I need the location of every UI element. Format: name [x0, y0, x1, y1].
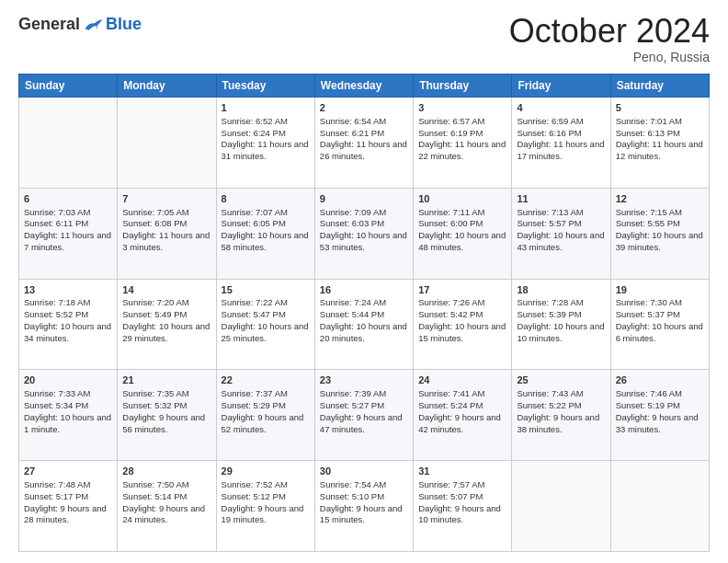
- sunset-text: Sunset: 5:07 PM: [418, 491, 483, 501]
- table-row: [118, 98, 216, 189]
- calendar-table: Sunday Monday Tuesday Wednesday Thursday…: [18, 74, 710, 552]
- day-number: 10: [418, 192, 506, 206]
- sunset-text: Sunset: 6:05 PM: [222, 218, 286, 228]
- title-section: October 2024 Peno, Russia: [509, 15, 710, 64]
- sunrise-text: Sunrise: 7:20 AM: [122, 297, 188, 307]
- header: General Blue October 2024 Peno, Russia: [18, 15, 710, 64]
- day-number: 22: [222, 373, 310, 387]
- sunset-text: Sunset: 5:29 PM: [222, 400, 286, 410]
- sunset-text: Sunset: 5:52 PM: [24, 309, 88, 319]
- table-row: 21Sunrise: 7:35 AMSunset: 5:32 PMDayligh…: [118, 370, 216, 461]
- table-row: 2Sunrise: 6:54 AMSunset: 6:21 PMDaylight…: [314, 98, 413, 189]
- table-row: 23Sunrise: 7:39 AMSunset: 5:27 PMDayligh…: [314, 370, 413, 461]
- sunrise-text: Sunrise: 7:24 AM: [320, 297, 386, 307]
- table-row: 12Sunrise: 7:15 AMSunset: 5:55 PMDayligh…: [610, 188, 709, 279]
- logo-blue-text: Blue: [106, 15, 142, 34]
- table-row: 6Sunrise: 7:03 AMSunset: 6:11 PMDaylight…: [19, 188, 118, 279]
- sunset-text: Sunset: 5:49 PM: [122, 309, 187, 319]
- day-number: 4: [517, 101, 605, 115]
- sunset-text: Sunset: 6:16 PM: [517, 128, 581, 138]
- sunrise-text: Sunrise: 7:11 AM: [418, 207, 484, 217]
- day-number: 14: [122, 283, 210, 297]
- calendar-header-row: Sunday Monday Tuesday Wednesday Thursday…: [19, 75, 710, 98]
- table-row: 3Sunrise: 6:57 AMSunset: 6:19 PMDaylight…: [414, 98, 512, 189]
- table-row: 9Sunrise: 7:09 AMSunset: 6:03 PMDaylight…: [314, 188, 413, 279]
- sunset-text: Sunset: 5:47 PM: [222, 309, 286, 319]
- calendar-week-row: 6Sunrise: 7:03 AMSunset: 6:11 PMDaylight…: [19, 188, 710, 279]
- day-number: 8: [222, 192, 310, 206]
- daylight-text: Daylight: 10 hours and 58 minutes.: [222, 230, 309, 252]
- table-row: 1Sunrise: 6:52 AMSunset: 6:24 PMDaylight…: [216, 98, 314, 189]
- logo-general-text: General: [18, 15, 80, 34]
- day-number: 5: [616, 101, 704, 115]
- sunset-text: Sunset: 6:24 PM: [222, 128, 286, 138]
- sunrise-text: Sunrise: 6:52 AM: [222, 116, 288, 126]
- sunset-text: Sunset: 5:57 PM: [517, 218, 581, 228]
- table-row: [19, 98, 118, 189]
- day-number: 31: [418, 465, 506, 478]
- sunrise-text: Sunrise: 7:39 AM: [320, 388, 386, 398]
- sunset-text: Sunset: 6:00 PM: [418, 218, 483, 228]
- sunrise-text: Sunrise: 6:59 AM: [517, 116, 583, 126]
- month-title: October 2024: [509, 15, 710, 48]
- daylight-text: Daylight: 11 hours and 22 minutes.: [418, 139, 506, 161]
- daylight-text: Daylight: 10 hours and 6 minutes.: [616, 321, 703, 343]
- sunset-text: Sunset: 5:44 PM: [320, 309, 384, 319]
- daylight-text: Daylight: 9 hours and 15 minutes.: [320, 503, 403, 525]
- sunset-text: Sunset: 6:19 PM: [418, 128, 483, 138]
- daylight-text: Daylight: 11 hours and 31 minutes.: [222, 139, 309, 161]
- sunrise-text: Sunrise: 7:18 AM: [24, 297, 90, 307]
- sunrise-text: Sunrise: 7:43 AM: [517, 388, 583, 398]
- table-row: 13Sunrise: 7:18 AMSunset: 5:52 PMDayligh…: [19, 279, 118, 370]
- daylight-text: Daylight: 9 hours and 52 minutes.: [222, 412, 304, 434]
- day-number: 30: [320, 465, 408, 478]
- day-number: 29: [222, 465, 310, 478]
- table-row: 19Sunrise: 7:30 AMSunset: 5:37 PMDayligh…: [610, 279, 709, 370]
- day-number: 25: [517, 373, 605, 387]
- sunset-text: Sunset: 5:24 PM: [418, 400, 483, 410]
- daylight-text: Daylight: 10 hours and 20 minutes.: [320, 321, 407, 343]
- location: Peno, Russia: [509, 50, 710, 64]
- daylight-text: Daylight: 9 hours and 19 minutes.: [222, 503, 304, 525]
- table-row: 17Sunrise: 7:26 AMSunset: 5:42 PMDayligh…: [414, 279, 512, 370]
- sunset-text: Sunset: 6:08 PM: [122, 218, 187, 228]
- header-monday: Monday: [118, 75, 216, 98]
- sunset-text: Sunset: 5:27 PM: [320, 400, 384, 410]
- daylight-text: Daylight: 11 hours and 3 minutes.: [122, 230, 210, 252]
- sunrise-text: Sunrise: 6:54 AM: [320, 116, 386, 126]
- calendar-week-row: 13Sunrise: 7:18 AMSunset: 5:52 PMDayligh…: [19, 279, 710, 370]
- daylight-text: Daylight: 9 hours and 33 minutes.: [616, 412, 699, 434]
- table-row: 10Sunrise: 7:11 AMSunset: 6:00 PMDayligh…: [414, 188, 512, 279]
- daylight-text: Daylight: 9 hours and 47 minutes.: [320, 412, 403, 434]
- daylight-text: Daylight: 9 hours and 56 minutes.: [122, 412, 205, 434]
- page: General Blue October 2024 Peno, Russia S…: [0, 0, 728, 563]
- sunrise-text: Sunrise: 7:28 AM: [517, 297, 583, 307]
- daylight-text: Daylight: 9 hours and 42 minutes.: [418, 412, 501, 434]
- sunrise-text: Sunrise: 7:13 AM: [517, 207, 583, 217]
- sunrise-text: Sunrise: 7:05 AM: [122, 207, 188, 217]
- sunrise-text: Sunrise: 7:50 AM: [122, 479, 188, 489]
- header-tuesday: Tuesday: [216, 75, 314, 98]
- sunset-text: Sunset: 5:55 PM: [616, 218, 680, 228]
- sunset-text: Sunset: 5:12 PM: [222, 491, 286, 501]
- sunrise-text: Sunrise: 7:35 AM: [122, 388, 188, 398]
- table-row: 5Sunrise: 7:01 AMSunset: 6:13 PMDaylight…: [610, 98, 709, 189]
- day-number: 18: [517, 283, 605, 297]
- table-row: 22Sunrise: 7:37 AMSunset: 5:29 PMDayligh…: [216, 370, 314, 461]
- sunset-text: Sunset: 6:13 PM: [616, 128, 680, 138]
- table-row: 11Sunrise: 7:13 AMSunset: 5:57 PMDayligh…: [512, 188, 610, 279]
- sunrise-text: Sunrise: 7:54 AM: [320, 479, 386, 489]
- sunset-text: Sunset: 5:32 PM: [122, 400, 187, 410]
- day-number: 17: [418, 283, 506, 297]
- table-row: 28Sunrise: 7:50 AMSunset: 5:14 PMDayligh…: [118, 461, 216, 552]
- table-row: 14Sunrise: 7:20 AMSunset: 5:49 PMDayligh…: [118, 279, 216, 370]
- day-number: 2: [320, 101, 408, 115]
- table-row: 24Sunrise: 7:41 AMSunset: 5:24 PMDayligh…: [414, 370, 512, 461]
- table-row: 4Sunrise: 6:59 AMSunset: 6:16 PMDaylight…: [512, 98, 610, 189]
- day-number: 3: [418, 101, 506, 115]
- day-number: 24: [418, 373, 506, 387]
- day-number: 28: [122, 465, 210, 478]
- header-sunday: Sunday: [19, 75, 118, 98]
- sunrise-text: Sunrise: 7:15 AM: [616, 207, 682, 217]
- day-number: 12: [616, 192, 704, 206]
